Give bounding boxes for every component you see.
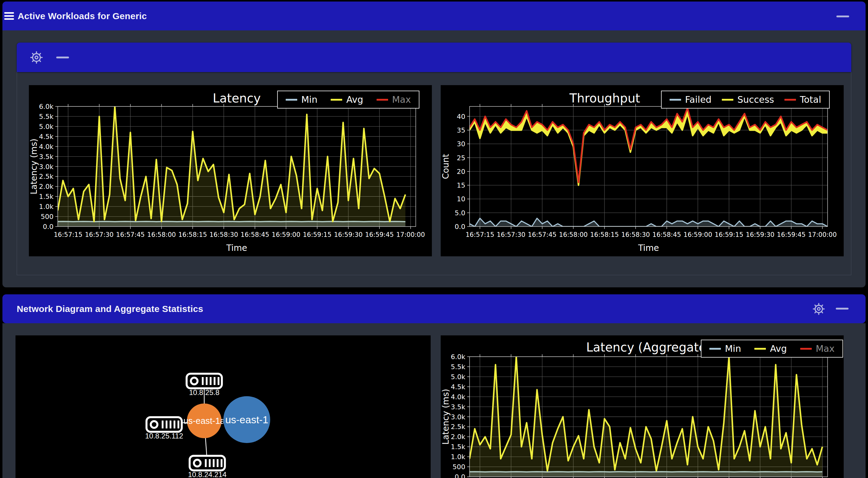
network-diagram[interactable]: us-east-1aus-east-110.8.25.810.8.25.1121… xyxy=(16,335,431,478)
legend-item-max[interactable]: Max xyxy=(800,343,835,354)
legend-item-avg[interactable]: Avg xyxy=(754,343,787,354)
svg-text:1.5k: 1.5k xyxy=(451,443,465,451)
svg-text:1.0k: 1.0k xyxy=(39,203,54,210)
svg-text:16:58:45: 16:58:45 xyxy=(653,231,681,238)
host-node[interactable]: 10.8.24.214 xyxy=(188,456,227,478)
minimize-icon[interactable] xyxy=(836,308,848,309)
host-ip-label: 10.8.24.214 xyxy=(188,470,227,478)
throughput-plot[interactable]: 16:57:1516:57:3016:57:4516:58:0016:58:15… xyxy=(441,85,844,256)
host-node[interactable]: 10.8.25.8 xyxy=(187,374,222,396)
svg-text:5.0k: 5.0k xyxy=(39,123,54,130)
legend-swatch xyxy=(784,99,796,101)
legend-swatch xyxy=(331,99,342,101)
legend-label: Max xyxy=(816,343,835,354)
svg-text:Time: Time xyxy=(638,243,659,253)
svg-text:17:00:00: 17:00:00 xyxy=(396,231,425,238)
workloads-subpanel-header xyxy=(17,42,851,72)
section-title: Network Diagram and Aggregate Statistics xyxy=(17,304,203,314)
legend-label: Avg xyxy=(346,94,363,105)
legend-item-failed[interactable]: Failed xyxy=(670,94,711,105)
dashboard-page: { "header1": { "title": "Active Workload… xyxy=(0,0,868,478)
legend-swatch xyxy=(754,348,766,350)
gear-icon[interactable] xyxy=(812,302,826,316)
svg-text:16:57:30: 16:57:30 xyxy=(85,231,113,238)
svg-text:2.5k: 2.5k xyxy=(39,173,54,180)
svg-text:20: 20 xyxy=(457,168,465,175)
svg-text:6.0k: 6.0k xyxy=(39,103,54,110)
svg-text:16:58:00: 16:58:00 xyxy=(147,231,176,238)
svg-text:16:58:30: 16:58:30 xyxy=(209,231,238,238)
svg-text:1.0k: 1.0k xyxy=(451,453,465,461)
svg-text:17:00:00: 17:00:00 xyxy=(808,231,837,238)
svg-text:0.0: 0.0 xyxy=(455,223,465,231)
legend-label: Max xyxy=(392,94,411,105)
legend-label: Avg xyxy=(770,343,787,354)
svg-text:2.0k: 2.0k xyxy=(39,183,54,190)
svg-text:2.0k: 2.0k xyxy=(451,433,465,441)
svg-text:3.0k: 3.0k xyxy=(451,413,465,421)
chart-legend: MinAvgMax xyxy=(277,91,420,109)
zone-label: us-east-1 xyxy=(225,414,268,425)
minimize-icon[interactable] xyxy=(56,57,69,58)
legend-item-min[interactable]: Min xyxy=(286,94,317,105)
svg-text:3.0k: 3.0k xyxy=(39,163,54,171)
svg-text:4.0k: 4.0k xyxy=(451,393,465,401)
svg-text:2.5k: 2.5k xyxy=(451,423,465,430)
svg-text:500: 500 xyxy=(453,463,465,471)
svg-text:5.0k: 5.0k xyxy=(451,373,465,381)
zone-node[interactable]: us-east-1a xyxy=(183,404,225,438)
svg-text:40: 40 xyxy=(457,113,465,120)
svg-text:35: 35 xyxy=(457,126,465,134)
legend-item-success[interactable]: Success xyxy=(722,94,774,105)
svg-text:16:57:15: 16:57:15 xyxy=(466,231,494,238)
svg-text:16:59:15: 16:59:15 xyxy=(303,231,331,238)
svg-text:16:59:45: 16:59:45 xyxy=(365,231,394,238)
svg-text:4.5k: 4.5k xyxy=(451,383,465,391)
svg-text:16:59:30: 16:59:30 xyxy=(334,231,363,238)
legend-label: Min xyxy=(725,343,741,354)
legend-swatch xyxy=(286,99,297,101)
legend-label: Min xyxy=(301,94,317,105)
host-node[interactable]: 10.8.25.112 xyxy=(145,417,183,440)
svg-text:16:58:15: 16:58:15 xyxy=(178,231,207,238)
svg-text:16:58:15: 16:58:15 xyxy=(590,231,619,238)
svg-text:500: 500 xyxy=(41,213,54,220)
svg-text:10: 10 xyxy=(457,195,465,203)
svg-text:25: 25 xyxy=(457,154,465,162)
legend-swatch xyxy=(709,348,721,350)
svg-text:Latency (ms): Latency (ms) xyxy=(441,389,451,445)
gear-icon[interactable] xyxy=(29,51,43,64)
svg-text:3.5k: 3.5k xyxy=(39,153,54,160)
svg-text:Latency (ms): Latency (ms) xyxy=(29,139,39,194)
legend-item-min[interactable]: Min xyxy=(709,343,741,354)
legend-label: Failed xyxy=(685,94,711,105)
legend-item-avg[interactable]: Avg xyxy=(331,94,363,105)
svg-text:1.5k: 1.5k xyxy=(39,193,54,200)
svg-text:15: 15 xyxy=(457,182,465,189)
hamburger-menu-icon[interactable] xyxy=(4,12,14,20)
svg-text:16:59:30: 16:59:30 xyxy=(746,231,774,238)
host-ip-label: 10.8.25.112 xyxy=(145,432,183,440)
svg-text:16:57:15: 16:57:15 xyxy=(54,231,82,238)
svg-text:16:57:45: 16:57:45 xyxy=(528,231,556,238)
app-header: Active Workloads for Generic xyxy=(2,2,866,30)
svg-text:16:57:30: 16:57:30 xyxy=(497,231,525,238)
svg-text:16:58:00: 16:58:00 xyxy=(559,231,587,238)
legend-label: Total xyxy=(800,94,821,105)
svg-text:Time: Time xyxy=(226,243,247,253)
zone-label: us-east-1a xyxy=(183,416,225,426)
minimize-icon[interactable] xyxy=(836,16,849,17)
svg-text:5.5k: 5.5k xyxy=(39,113,54,120)
zone-node[interactable]: us-east-1 xyxy=(223,396,270,443)
latency-plot[interactable]: 16:57:1516:57:3016:57:4516:58:0016:58:15… xyxy=(29,85,432,256)
svg-text:0.0: 0.0 xyxy=(455,473,465,478)
svg-text:4.5k: 4.5k xyxy=(39,133,54,141)
svg-text:16:59:15: 16:59:15 xyxy=(715,231,743,238)
network-section-header: Network Diagram and Aggregate Statistics xyxy=(2,294,866,323)
legend-item-total[interactable]: Total xyxy=(784,94,821,105)
svg-text:5.5k: 5.5k xyxy=(451,363,465,371)
aggregate-latency-chart-panel: 16:57:1516:57:3016:57:4516:58:0016:58:15… xyxy=(441,335,844,478)
svg-text:5.0: 5.0 xyxy=(455,209,465,217)
legend-swatch xyxy=(800,348,812,350)
legend-item-max[interactable]: Max xyxy=(377,94,411,105)
